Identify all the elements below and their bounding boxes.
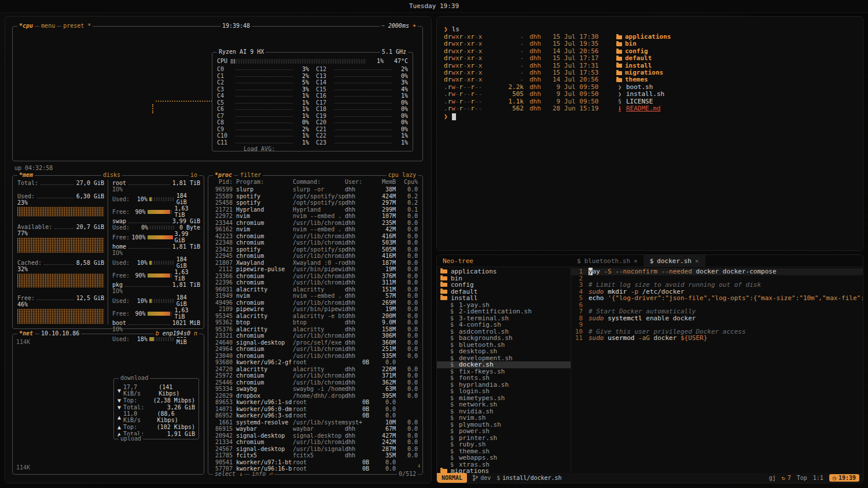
editor-line[interactable]: 11 sudo usermod -aG docker ${USER}	[571, 335, 863, 342]
process-row[interactable]: 14071 kworker/u96:0-dm root 0B 0.0	[212, 406, 418, 413]
buffer-tab[interactable]: $ bluetooth.sh ×	[571, 255, 644, 267]
process-row[interactable]: 95345 alacritty alacritty -e btop dhh 20…	[212, 313, 418, 320]
process-row[interactable]: 22348 chromium /usr/lib/chromium . dhh 5…	[212, 239, 418, 246]
buffer-tab[interactable]: $ docker.sh ×	[644, 255, 705, 267]
tree-item[interactable]: $ theme.sh	[437, 448, 571, 455]
editor-line[interactable]: 8 sudo systemctl enable docker	[571, 315, 863, 322]
process-row[interactable]: 86952 kworker/u96:3-sd root 0B 0.0	[212, 412, 418, 419]
process-row[interactable]: 25458 spotify /opt/spotify/spoti dhh 297…	[212, 199, 418, 206]
info-hint[interactable]: info ⏎	[250, 471, 274, 478]
process-row[interactable]: 22972 nvim nvim --embed . dhh 107M 0.0	[212, 213, 418, 220]
cpu-core-row: C4 1%	[217, 93, 309, 99]
editor-line[interactable]: 1 yay -S --noconfirm --needed docker doc…	[571, 268, 863, 275]
process-row[interactable]: 2109 pipewire /usr/bin/pipewire dhh 19M …	[212, 306, 418, 313]
process-row[interactable]: 95362 btop btop dhh 9.0M 0.0	[212, 319, 418, 326]
tree-item[interactable]: $ 3-terminal.sh	[437, 315, 571, 322]
process-row[interactable]: 24720 alacritty alacritty dhh 226M 0.0	[212, 366, 418, 373]
iface-next-button[interactable]: n	[194, 330, 197, 337]
disks-toggle[interactable]: disks	[101, 172, 122, 179]
process-row[interactable]: 2112 pipewire-pulse /usr/bin/pipewire- d…	[212, 266, 418, 273]
file-icon: §	[616, 98, 623, 105]
process-row[interactable]: 23366 chromium /usr/lib/chromium/ dhh 37…	[212, 273, 418, 280]
process-row[interactable]: 95334 swaybg swaybg -i /home/dh dhh 63M …	[212, 386, 418, 393]
tree-item[interactable]: $ network.sh	[437, 401, 571, 408]
usage-meter	[148, 273, 173, 278]
interval-plus-button[interactable]: +	[413, 23, 416, 29]
interval-minus-button[interactable]: −	[381, 23, 385, 29]
terminal-cursor[interactable]	[452, 113, 456, 120]
process-row[interactable]: 31949 nvim nvim --embed . dhh 57M 0.0	[212, 293, 418, 300]
menu-button[interactable]: menu	[39, 23, 57, 29]
tree-item[interactable]: $ plymouth.sh	[437, 422, 571, 428]
process-row[interactable]: 49496 chromium /usr/lib/chromium/ dhh 26…	[212, 300, 418, 306]
process-row[interactable]: 42223 chromium /usr/lib/chromium . dhh 4…	[212, 233, 418, 240]
process-row[interactable]: 24567 signal-desktop /usr/lib/signal-de …	[212, 446, 418, 453]
tree-item[interactable]: $ hyprlandia.sh	[437, 382, 571, 389]
process-row[interactable]: 22396 chromium /usr/lib/chromium/ dhh 31…	[212, 279, 418, 286]
process-row[interactable]: 93680 kworker/u96:2-gf root 0B 0.0	[212, 359, 418, 366]
process-row[interactable]: 24640 signal-desktop /proc/self/exe --t …	[212, 339, 418, 346]
tree-item[interactable]: $ printer.sh	[437, 435, 571, 442]
file-icon: $	[448, 308, 455, 315]
close-tab-icon[interactable]: ×	[695, 257, 699, 265]
process-row[interactable]: 25589 spotify /opt/spotify/spoti dhh 424…	[212, 193, 418, 200]
process-row[interactable]: 89653 kworker/u96:1-sd root 0B 0.0	[212, 399, 418, 406]
process-row[interactable]: 21785 fcitx5 fcitx5 dhh 35M 0.0	[212, 452, 418, 459]
tree-item[interactable]: migrations	[437, 468, 571, 473]
tree-item[interactable]: $ nvidia.sh	[437, 408, 571, 415]
io-toggle[interactable]: io	[189, 172, 199, 179]
scroll-down-icon[interactable]: ↓	[417, 462, 421, 468]
tree-item[interactable]: applications	[437, 268, 571, 275]
process-row[interactable]: 21807 Xwayland Xwayland :0 -rootl dhh 18…	[212, 260, 418, 267]
process-row[interactable]: 22029 dropbox /home/dhh/.dropbox dhh 395…	[212, 393, 418, 400]
mode-indicator: NORMAL	[437, 473, 467, 483]
process-row[interactable]: 86915 waybar waybar dhh 67M 0.0	[212, 426, 418, 432]
interface-switcher: b enp194s0 n	[154, 330, 199, 337]
preset-button[interactable]: preset *	[61, 23, 93, 29]
select-hint[interactable]: select ↓	[213, 471, 244, 478]
process-row[interactable]: 23344 chromium /usr/lib/chromium/ dhh 23…	[212, 220, 418, 227]
tree-item[interactable]: $ fonts.sh	[437, 375, 571, 382]
process-row[interactable]: 23040 chromium /usr/lib/chromium/ dhh 33…	[212, 353, 418, 360]
process-row[interactable]: 24964 chromium /usr/lib/chromium/ dhh 25…	[212, 346, 418, 353]
process-row[interactable]: 21334 chromium /usr/lib/chromium/ dhh 24…	[212, 439, 418, 446]
sort-mode-button[interactable]: cpu lazy	[387, 172, 418, 179]
process-row[interactable]: 96162 nvim nvim --embed . dhh 42M 0.0	[212, 226, 418, 233]
tree-item[interactable]: $ development.sh	[437, 355, 571, 362]
iface-prev-button[interactable]: b	[156, 330, 159, 337]
process-row[interactable]: 23321 chromium /usr/lib/chromium/ dhh 30…	[212, 332, 418, 339]
file-icon	[616, 71, 622, 75]
process-row[interactable]: 23423 spotify /opt/spotify/spoti dhh 505…	[212, 246, 418, 253]
tree-item[interactable]: $ mimetypes.sh	[437, 395, 571, 402]
tree-item[interactable]: install	[437, 295, 571, 302]
tree-item[interactable]: $ fix-fkeys.sh	[437, 368, 571, 375]
tree-item[interactable]: $ bluetooth.sh	[437, 342, 571, 349]
close-tab-icon[interactable]: ×	[634, 257, 638, 265]
process-row[interactable]: 96031 alacritty alacritty dhh 151M 0.0	[212, 286, 418, 293]
tree-item[interactable]: $ 2-identification.sh	[437, 308, 571, 315]
tree-item[interactable]: $ nvim.sh	[437, 415, 571, 422]
tree-item[interactable]: $ desktop.sh	[437, 348, 571, 355]
file-icon: $	[448, 375, 455, 382]
tree-item[interactable]: $ 4-config.sh	[437, 321, 571, 328]
process-row[interactable]: 20942 signal-desktop signal-desktop -- d…	[212, 432, 418, 439]
tree-item[interactable]: $ backgrounds.sh	[437, 335, 571, 342]
tree-item[interactable]: $ docker.sh	[437, 361, 571, 368]
cpu-panel-title: *cpu	[17, 23, 35, 29]
editor-line[interactable]: 5 echo '{"log-driver":"json-file","log-o…	[571, 295, 863, 302]
process-row[interactable]: 95376 alacritty alacritty dhh 158M 0.0	[212, 326, 418, 333]
process-row[interactable]: 90541 kworker/u97:1-bt root 0B 0.0	[212, 459, 418, 466]
cpu-core-row: C18 0%	[316, 106, 408, 113]
tree-item[interactable]: $ ruby.sh	[437, 441, 571, 448]
process-row[interactable]: 25972 chromium /usr/lib/chromium/ dhh 37…	[212, 372, 418, 379]
filter-button[interactable]: filter	[238, 172, 263, 179]
process-row[interactable]: 25446 chromium /usr/lib/chromium/ dhh 36…	[212, 379, 418, 386]
process-row[interactable]: 96599 slurp slurp -or dhh 38M 0.0	[212, 186, 418, 193]
tree-item[interactable]: $ webapps.sh	[437, 454, 571, 461]
process-row[interactable]: 22945 chromium /usr/lib/chromium/ dhh 41…	[212, 253, 418, 260]
process-row[interactable]: 21721 Hyprland Hyprland dhh 299M 0.1	[212, 206, 418, 213]
process-row[interactable]: 1661 systemd-resolve /usr/lib/systemd/s …	[212, 419, 418, 426]
tree-item[interactable]: config	[437, 282, 571, 289]
tree-item[interactable]: $ power.sh	[437, 428, 571, 435]
tree-item[interactable]: $ login.sh	[437, 388, 571, 395]
